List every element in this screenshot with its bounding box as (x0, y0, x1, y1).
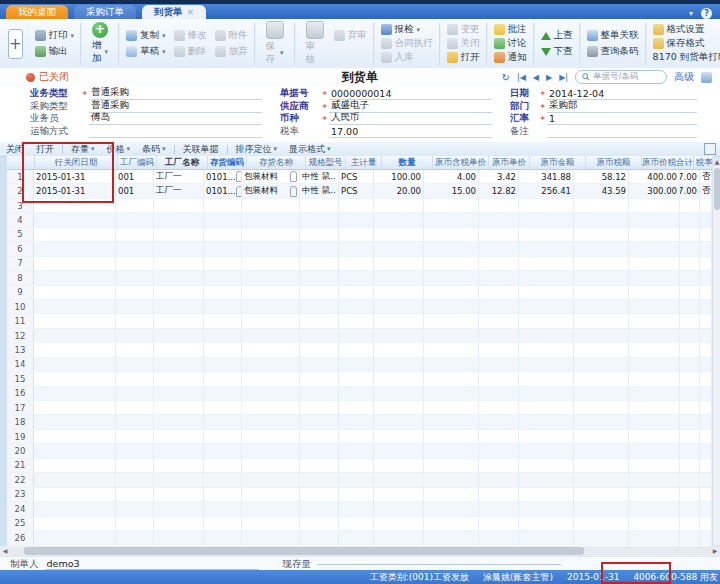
grid-cell[interactable] (680, 343, 700, 356)
grid-cell[interactable] (154, 257, 204, 270)
grid-cell[interactable] (204, 329, 242, 342)
grid-cell[interactable] (629, 199, 680, 212)
grid-cell[interactable] (116, 415, 154, 428)
grid-cell[interactable] (34, 502, 116, 515)
change-button[interactable]: 变更 (447, 23, 480, 36)
grid-cell[interactable] (242, 387, 300, 400)
grid-cell[interactable] (700, 329, 712, 342)
grid-cell[interactable] (204, 257, 242, 270)
grid-cell[interactable] (300, 286, 339, 299)
new-document-button[interactable]: + (8, 29, 23, 59)
grid-cell[interactable] (424, 372, 479, 385)
grid-cell[interactable] (479, 242, 519, 255)
grid-cell[interactable] (629, 401, 680, 414)
grid-cell[interactable] (424, 314, 479, 327)
row-number-cell[interactable]: 5 (7, 228, 34, 241)
grid-cell[interactable] (680, 228, 700, 241)
discuss-button[interactable]: 讨论 (494, 37, 527, 50)
grid-cell[interactable] (629, 271, 680, 284)
grid-cell[interactable] (424, 228, 479, 241)
grid-cell[interactable] (700, 314, 712, 327)
grid-cell[interactable] (519, 228, 574, 241)
warehouse-in-button[interactable]: 入库 (381, 51, 433, 64)
grid-cell[interactable] (629, 257, 680, 270)
grid-cell[interactable] (680, 517, 700, 530)
grid-cell[interactable] (519, 199, 574, 212)
grid-cell[interactable] (339, 430, 374, 443)
grid-cell[interactable] (242, 517, 300, 530)
grid-cell[interactable] (34, 415, 116, 428)
grid-cell[interactable] (479, 358, 519, 371)
grid-cell[interactable] (574, 415, 629, 428)
row-number-cell[interactable]: 1 (7, 170, 34, 183)
grid-cell[interactable] (479, 502, 519, 515)
grid-cell[interactable] (700, 473, 712, 486)
grid-cell[interactable] (154, 488, 204, 501)
grid-cell[interactable] (629, 415, 680, 428)
grid-cell[interactable] (204, 444, 242, 457)
grid-cell[interactable] (204, 401, 242, 414)
grid-cell[interactable] (519, 502, 574, 515)
grid-cell[interactable] (629, 329, 680, 342)
grid-cell[interactable]: 3.42 (479, 170, 519, 183)
grid-cell[interactable] (242, 271, 300, 284)
grid-cell[interactable] (424, 358, 479, 371)
grid-cell[interactable] (574, 286, 629, 299)
grid-cell[interactable] (34, 358, 116, 371)
grid-cell[interactable] (479, 257, 519, 270)
row-number-cell[interactable]: 20 (7, 444, 34, 457)
row-number-cell[interactable]: 16 (7, 387, 34, 400)
grid-cell[interactable] (374, 286, 424, 299)
grid-cell[interactable] (116, 401, 154, 414)
grid-cell[interactable] (700, 387, 712, 400)
grid-cell[interactable] (479, 488, 519, 501)
grid-cell[interactable] (629, 286, 680, 299)
contract-exec-button[interactable]: 合同执行 (381, 37, 433, 50)
last-record-icon[interactable]: ▶| (559, 73, 568, 82)
grid-cell[interactable] (574, 199, 629, 212)
reference-lookup-icon[interactable] (290, 171, 297, 182)
grid-display-format-button[interactable]: 显示格式▾ (283, 143, 337, 156)
grid-cell[interactable] (700, 300, 712, 313)
grid-cell[interactable] (629, 387, 680, 400)
grid-cell[interactable] (339, 517, 374, 530)
column-header-2[interactable]: 工厂编码 (118, 156, 157, 169)
grid-cell[interactable] (680, 401, 700, 414)
grid-cell[interactable]: 工厂一 (154, 170, 204, 183)
grid-cell[interactable] (242, 213, 300, 226)
field-salesperson[interactable]: 业务员傅岛 (30, 114, 280, 125)
copy-button[interactable]: 复制▾ (126, 29, 166, 42)
grid-cell[interactable] (300, 343, 339, 356)
grid-cell[interactable] (374, 358, 424, 371)
row-number-cell[interactable]: 26 (7, 531, 34, 544)
chevron-down-icon[interactable]: ▾ (417, 26, 421, 34)
grid-cell[interactable] (519, 358, 574, 371)
grid-cell[interactable] (300, 387, 339, 400)
grid-cell[interactable] (300, 415, 339, 428)
grid-cell[interactable] (479, 271, 519, 284)
row-number-cell[interactable]: 11 (7, 314, 34, 327)
grid-cell[interactable] (519, 415, 574, 428)
grid-barcode-button[interactable]: 条码▾ (136, 143, 172, 156)
export-button[interactable]: 输出 (35, 45, 75, 58)
grid-cell[interactable] (154, 199, 204, 212)
grid-cell[interactable] (339, 213, 374, 226)
grid-cell[interactable] (574, 473, 629, 486)
grid-cell[interactable] (116, 387, 154, 400)
grid-cell[interactable] (339, 372, 374, 385)
grid-cell[interactable] (339, 459, 374, 472)
grid-cell[interactable] (300, 430, 339, 443)
grid-cell[interactable] (116, 329, 154, 342)
grid-related-docs-button[interactable]: 关联单据 (177, 143, 225, 156)
grid-cell[interactable] (339, 242, 374, 255)
grid-cell[interactable] (479, 444, 519, 457)
grid-cell[interactable] (680, 459, 700, 472)
grid-cell[interactable] (374, 228, 424, 241)
grid-cell[interactable] (700, 444, 712, 457)
save-format-button[interactable]: 保存格式 (653, 37, 720, 50)
grid-cell[interactable] (204, 199, 242, 212)
grid-cell[interactable] (424, 401, 479, 414)
column-header-10[interactable]: 原币单价 (489, 156, 530, 169)
grid-cell[interactable] (374, 199, 424, 212)
grid-cell[interactable] (339, 387, 374, 400)
